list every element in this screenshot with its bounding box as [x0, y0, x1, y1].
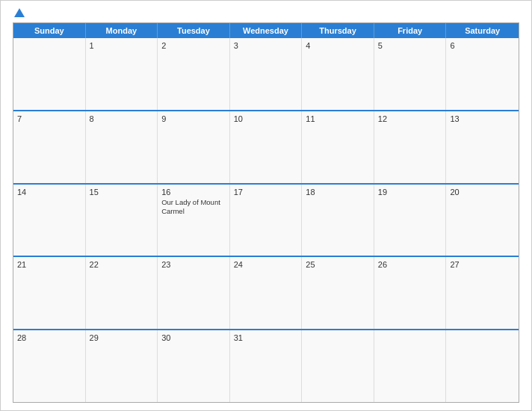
calendar-body: 12345678910111213141516Our Lady of Mount… — [13, 38, 519, 402]
calendar-day: 29 — [86, 330, 158, 402]
calendar-day: 28 — [13, 330, 86, 402]
day-number: 31 — [234, 333, 298, 342]
col-thursday: Thursday — [302, 23, 374, 38]
calendar-day: 13 — [446, 111, 519, 183]
day-number: 23 — [161, 260, 226, 269]
calendar-day: 7 — [13, 111, 86, 183]
col-wednesday: Wednesday — [230, 23, 303, 38]
calendar-day — [446, 330, 519, 402]
day-number: 15 — [90, 188, 154, 197]
calendar-week-4: 21222324252627 — [13, 256, 519, 329]
day-number: 26 — [378, 260, 442, 269]
calendar-day: 8 — [86, 111, 158, 183]
day-number: 18 — [306, 188, 370, 197]
calendar-day: 17 — [230, 185, 303, 256]
calendar-day: 20 — [446, 185, 519, 256]
calendar-day: 15 — [86, 185, 158, 256]
calendar-week-2: 78910111213 — [13, 110, 519, 183]
calendar-day: 4 — [302, 38, 374, 110]
calendar-day: 31 — [230, 330, 303, 402]
day-number: 5 — [378, 41, 442, 50]
calendar-day: 2 — [158, 38, 230, 110]
day-number: 30 — [161, 333, 226, 342]
day-number: 28 — [17, 333, 81, 342]
calendar-day: 1 — [86, 38, 158, 110]
day-number: 27 — [450, 260, 515, 269]
calendar-day: 26 — [374, 257, 447, 329]
calendar-day: 5 — [374, 38, 447, 110]
day-number: 13 — [450, 114, 515, 123]
col-saturday: Saturday — [446, 23, 519, 38]
day-number: 21 — [17, 260, 81, 269]
day-number: 19 — [378, 188, 442, 197]
calendar-day: 18 — [302, 185, 374, 256]
day-number: 4 — [306, 41, 370, 50]
logo-triangle-icon — [14, 8, 25, 17]
day-number: 25 — [306, 260, 370, 269]
day-number: 29 — [90, 333, 154, 342]
day-number: 24 — [234, 260, 298, 269]
day-number: 1 — [90, 41, 154, 50]
calendar-day: 16Our Lady of Mount Carmel — [158, 185, 230, 256]
day-number: 7 — [17, 114, 81, 123]
calendar-day — [374, 330, 447, 402]
day-number: 14 — [17, 188, 81, 197]
day-number: 8 — [90, 114, 154, 123]
calendar-day: 12 — [374, 111, 447, 183]
calendar-day: 6 — [446, 38, 519, 110]
calendar-day: 3 — [230, 38, 303, 110]
calendar-day: 19 — [374, 185, 447, 256]
calendar: Sunday Monday Tuesday Wednesday Thursday… — [13, 22, 519, 403]
day-number: 20 — [450, 188, 515, 197]
day-number: 6 — [450, 41, 515, 50]
header — [13, 8, 519, 18]
calendar-day: 21 — [13, 257, 86, 329]
page: Sunday Monday Tuesday Wednesday Thursday… — [0, 0, 532, 411]
calendar-day: 10 — [230, 111, 303, 183]
calendar-day — [13, 38, 86, 110]
logo — [13, 8, 25, 18]
calendar-day: 11 — [302, 111, 374, 183]
calendar-day — [302, 330, 374, 402]
calendar-week-1: 123456 — [13, 38, 519, 110]
calendar-day: 23 — [158, 257, 230, 329]
calendar-day: 14 — [13, 185, 86, 256]
col-tuesday: Tuesday — [158, 23, 230, 38]
calendar-day: 27 — [446, 257, 519, 329]
day-number: 9 — [161, 114, 226, 123]
calendar-week-3: 141516Our Lady of Mount Carmel17181920 — [13, 183, 519, 256]
holiday-label: Our Lady of Mount Carmel — [161, 198, 226, 217]
day-number: 12 — [378, 114, 442, 123]
day-number: 10 — [234, 114, 298, 123]
calendar-day: 9 — [158, 111, 230, 183]
day-number: 16 — [161, 188, 226, 197]
calendar-day: 30 — [158, 330, 230, 402]
col-monday: Monday — [86, 23, 158, 38]
day-number: 17 — [234, 188, 298, 197]
day-number: 11 — [306, 114, 370, 123]
day-number: 3 — [234, 41, 298, 50]
calendar-header: Sunday Monday Tuesday Wednesday Thursday… — [13, 23, 519, 38]
calendar-day: 22 — [86, 257, 158, 329]
day-number: 2 — [161, 41, 226, 50]
col-friday: Friday — [374, 23, 447, 38]
calendar-day: 25 — [302, 257, 374, 329]
calendar-day: 24 — [230, 257, 303, 329]
calendar-week-5: 28293031 — [13, 329, 519, 402]
col-sunday: Sunday — [13, 23, 86, 38]
day-number: 22 — [90, 260, 154, 269]
